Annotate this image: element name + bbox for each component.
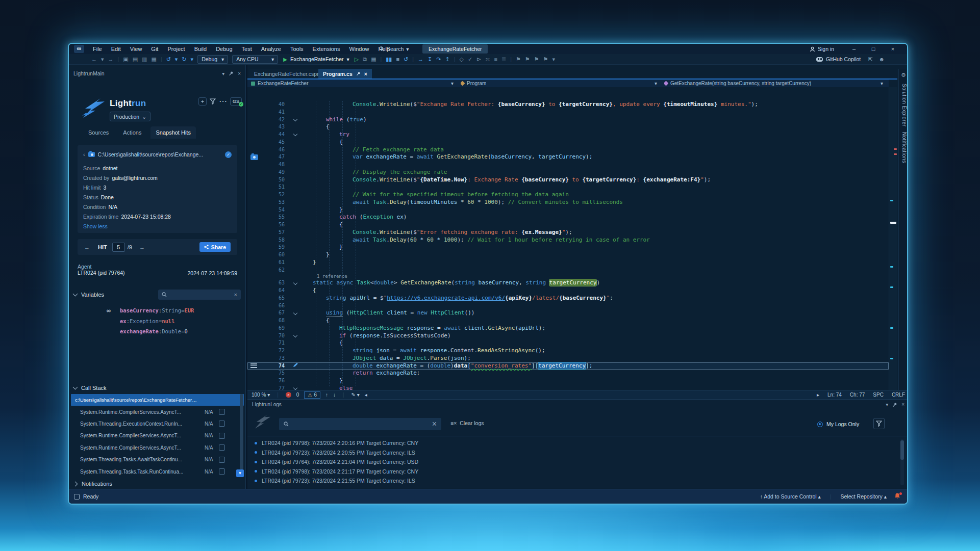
back-dropdown-icon[interactable]: ▾ (99, 56, 106, 63)
tab-sources[interactable]: Sources (83, 126, 114, 139)
line-number[interactable]: 52 (266, 191, 288, 199)
clear-logs-button[interactable]: ≡× Clear logs (450, 420, 484, 426)
code-line-57[interactable]: 57Console.WriteLine($"Error fetching exc… (247, 229, 889, 237)
fold-chevron-icon[interactable] (288, 312, 303, 314)
step-over-icon[interactable]: ↷ (434, 56, 443, 63)
line-number[interactable]: 43 (266, 123, 288, 131)
prev-bookmark-icon[interactable]: ⚑ (523, 56, 532, 63)
line-number[interactable]: 47 (266, 153, 288, 161)
line-number[interactable]: 46 (266, 146, 288, 154)
zoom-level[interactable]: 100 % ▾ (252, 392, 270, 398)
line-number[interactable]: 54 (266, 206, 288, 214)
redo-dropdown-icon[interactable]: ▾ (189, 56, 196, 63)
column-indicator[interactable]: Ch: 77 (850, 392, 865, 398)
line-number[interactable]: 72 (266, 347, 288, 355)
line-number[interactable]: 41 (266, 109, 288, 116)
frame-checkbox[interactable] (219, 468, 225, 475)
notification-bell-icon[interactable] (894, 492, 902, 501)
menu-project[interactable]: Project (163, 46, 189, 52)
line-number[interactable]: 57 (266, 229, 288, 237)
line-indicator[interactable]: Ln: 74 (827, 392, 842, 398)
indent-icon[interactable]: ≡ (492, 56, 499, 62)
environment-select[interactable]: Production⌄ (110, 112, 150, 121)
code-line-76[interactable]: 76} (247, 377, 889, 385)
code-line-71[interactable]: 71{ (247, 339, 889, 347)
start-debugging-button[interactable]: ▶ ExchangeRateFetcher ▾ (283, 56, 349, 62)
line-number[interactable]: 67 (266, 309, 288, 317)
logs-filter-button[interactable] (873, 418, 885, 429)
snapshot-gutter-icon[interactable] (247, 154, 266, 160)
menu-git[interactable]: Git (146, 46, 163, 52)
platform-select[interactable]: Any CPU▾ (232, 55, 278, 64)
menu-build[interactable]: Build (190, 46, 211, 52)
spaces-indicator[interactable]: SPC (873, 392, 884, 398)
navigate-forward-icon[interactable]: → (106, 56, 116, 62)
show-less-link[interactable]: Show less (83, 223, 232, 229)
code-line-64[interactable]: 64{ (247, 287, 889, 295)
more-options-icon[interactable]: ⋯ (219, 96, 227, 106)
menu-file[interactable]: File (88, 46, 107, 52)
code-line-51[interactable]: 51 (247, 183, 889, 191)
show-next-statement-icon[interactable]: → (416, 56, 425, 62)
code-line-66[interactable]: 66 (247, 302, 889, 310)
line-number[interactable]: 64 (266, 287, 288, 295)
code-line-69[interactable]: 69HttpResponseMessage response = await c… (247, 325, 889, 332)
clear-search-icon[interactable]: × (234, 292, 237, 298)
menu-debug[interactable]: Debug (211, 46, 237, 52)
line-number[interactable]: 59 (266, 244, 288, 251)
frame-checkbox[interactable] (219, 457, 225, 463)
code-line-72[interactable]: 72string json = await response.Content.R… (247, 347, 889, 355)
close-tab-icon[interactable]: × (364, 71, 367, 77)
github-copilot-button[interactable]: GitHub Copilot (816, 56, 861, 62)
code-line-50[interactable]: 50Console.WriteLine($"{DateTime.Now}: Ex… (247, 176, 889, 184)
line-number[interactable]: 42 (266, 116, 288, 124)
line-number[interactable]: 58 (266, 237, 288, 244)
pointer-icon[interactable]: ⊳ (474, 56, 483, 63)
line-number[interactable]: 40 (266, 101, 288, 109)
next-bookmark-icon[interactable]: ⚑ (532, 56, 541, 63)
fold-chevron-icon[interactable] (288, 134, 303, 136)
close-icon[interactable]: × (238, 71, 241, 76)
line-number[interactable]: 71 (266, 339, 288, 347)
chevron-down-icon[interactable]: ▾ (222, 71, 224, 76)
line-number[interactable]: 49 (266, 169, 288, 176)
code-line-67[interactable]: 67using (HttpClient client = new HttpCli… (247, 309, 889, 317)
transform-icon[interactable]: ≣ (499, 56, 508, 63)
minimize-button[interactable]: – (844, 44, 864, 54)
chevron-left-icon[interactable]: ‹ (83, 151, 85, 158)
code-line-77[interactable]: 77else (247, 385, 889, 390)
close-icon[interactable]: × (901, 402, 904, 407)
bookmark-dropdown-icon[interactable]: ▾ (550, 56, 557, 63)
select-repository-button[interactable]: Select Repository ▴ (841, 493, 887, 500)
frame-checkbox[interactable] (219, 444, 225, 451)
filter-icon[interactable] (210, 98, 216, 104)
code-line-75[interactable]: 75return exchangeRate; (247, 370, 889, 377)
line-number[interactable]: 55 (266, 214, 288, 221)
code-line-74[interactable]: 74double exchangeRate = (double)data["co… (247, 362, 889, 370)
pin-icon[interactable] (892, 402, 897, 407)
sign-in-button[interactable]: Sign in (810, 44, 834, 54)
new-project-icon[interactable]: ▣ (121, 56, 130, 63)
line-number[interactable]: 51 (266, 183, 288, 191)
expand-icon[interactable]: ▸ (817, 392, 819, 398)
my-logs-only-toggle[interactable]: My Logs Only (817, 421, 859, 427)
notifications-section[interactable]: Notifications (73, 479, 241, 488)
menu-test[interactable]: Test (237, 46, 257, 52)
line-number[interactable]: 61 (266, 259, 288, 267)
frame-checkbox[interactable] (219, 409, 225, 415)
debug-config-select[interactable]: Debug▾ (197, 55, 228, 64)
pin-icon[interactable] (229, 71, 234, 76)
code-line-43[interactable]: 43{ (247, 123, 889, 131)
collapse-icon[interactable]: ◂ (365, 392, 367, 398)
code-line-58[interactable]: 58await Task.Delay(60 * 60 * 1000); // W… (247, 237, 889, 244)
code-line-59[interactable]: 59} (247, 244, 889, 251)
code-line-40[interactable]: 40Console.WriteLine($"Exchange Rate Fetc… (247, 101, 889, 109)
code-line-54[interactable]: 54} (247, 206, 889, 214)
variables-search-input[interactable]: × (158, 290, 241, 300)
step-out-icon[interactable]: ↥ (443, 56, 451, 63)
code-line-61[interactable]: 61} (247, 259, 889, 267)
tab-csproj[interactable]: ExchangeRateFetcher.csproj (249, 69, 328, 78)
breadcrumb-class[interactable]: Program ▾ (457, 80, 661, 87)
code-line-49[interactable]: 49// Display the exchange rate (247, 169, 889, 176)
line-number[interactable]: 75 (266, 370, 288, 377)
